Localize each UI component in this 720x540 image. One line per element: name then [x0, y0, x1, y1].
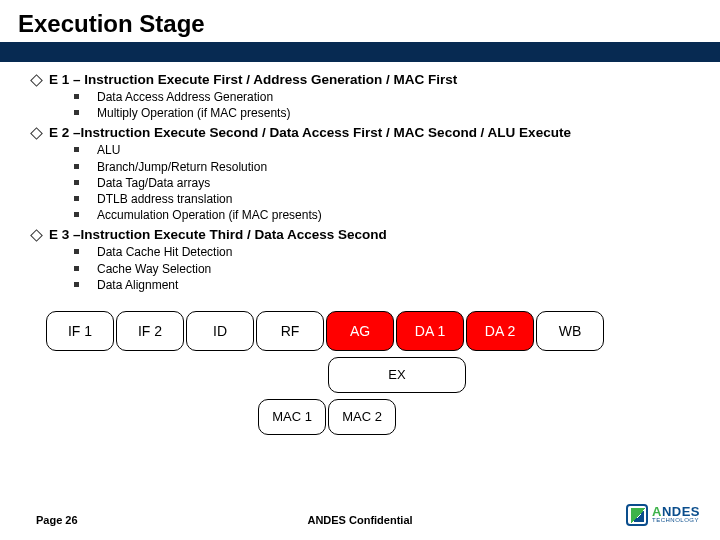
logo-mark-icon	[626, 504, 648, 526]
pipeline-stage: IF 1	[46, 311, 114, 351]
section-head: E 1 – Instruction Execute First / Addres…	[32, 72, 688, 87]
square-bullet-icon	[74, 249, 79, 254]
pipeline-stage: MAC 2	[328, 399, 396, 435]
list-item: Accumulation Operation (if MAC presents)	[74, 207, 688, 223]
pipeline-row-1: IF 1 IF 2 ID RF AG DA 1 DA 2 WB	[46, 311, 688, 351]
item-text: Accumulation Operation (if MAC presents)	[97, 207, 322, 223]
square-bullet-icon	[74, 94, 79, 99]
page-title: Execution Stage	[18, 10, 720, 38]
section-title: E 1 – Instruction Execute First / Addres…	[49, 72, 457, 87]
diamond-bullet-icon	[30, 74, 43, 87]
square-bullet-icon	[74, 164, 79, 169]
list-item: Multiply Operation (if MAC presents)	[74, 105, 688, 121]
confidential-label: ANDES Confidential	[307, 514, 412, 526]
title-underline	[0, 42, 720, 62]
item-text: DTLB address translation	[97, 191, 232, 207]
pipeline-stage-highlight: AG	[326, 311, 394, 351]
andes-logo: ANDES TECHNOLOGY	[626, 504, 700, 526]
section-head: E 3 –Instruction Execute Third / Data Ac…	[32, 227, 688, 242]
item-text: Data Alignment	[97, 277, 178, 293]
item-text: Data Cache Hit Detection	[97, 244, 232, 260]
item-text: Multiply Operation (if MAC presents)	[97, 105, 290, 121]
square-bullet-icon	[74, 147, 79, 152]
page-number: Page 26	[36, 514, 78, 526]
item-text: Cache Way Selection	[97, 261, 211, 277]
pipeline-stage: EX	[328, 357, 466, 393]
pipeline-row-3: MAC 1 MAC 2	[258, 399, 688, 435]
item-text: ALU	[97, 142, 120, 158]
diamond-bullet-icon	[30, 128, 43, 141]
content-area: E 1 – Instruction Execute First / Addres…	[0, 62, 720, 435]
diamond-bullet-icon	[30, 229, 43, 242]
list-item: Data Alignment	[74, 277, 688, 293]
pipeline-stage: WB	[536, 311, 604, 351]
pipeline-stage: IF 2	[116, 311, 184, 351]
section-head: E 2 –Instruction Execute Second / Data A…	[32, 125, 688, 140]
list-item: Data Tag/Data arrays	[74, 175, 688, 191]
section-title: E 3 –Instruction Execute Third / Data Ac…	[49, 227, 387, 242]
list-item: ALU	[74, 142, 688, 158]
pipeline-stage-highlight: DA 1	[396, 311, 464, 351]
footer: Page 26 ANDES Confidential ANDES TECHNOL…	[0, 514, 720, 526]
list-item: DTLB address translation	[74, 191, 688, 207]
square-bullet-icon	[74, 212, 79, 217]
pipeline-row-2: EX	[328, 357, 688, 393]
pipeline-stage-highlight: DA 2	[466, 311, 534, 351]
item-text: Branch/Jump/Return Resolution	[97, 159, 267, 175]
list-item: Cache Way Selection	[74, 261, 688, 277]
item-text: Data Tag/Data arrays	[97, 175, 210, 191]
square-bullet-icon	[74, 282, 79, 287]
item-text: Data Access Address Generation	[97, 89, 273, 105]
pipeline-stage: RF	[256, 311, 324, 351]
square-bullet-icon	[74, 196, 79, 201]
list-item: Branch/Jump/Return Resolution	[74, 159, 688, 175]
section-title: E 2 –Instruction Execute Second / Data A…	[49, 125, 571, 140]
square-bullet-icon	[74, 110, 79, 115]
list-item: Data Cache Hit Detection	[74, 244, 688, 260]
logo-text-sub: TECHNOLOGY	[652, 518, 700, 523]
list-item: Data Access Address Generation	[74, 89, 688, 105]
square-bullet-icon	[74, 180, 79, 185]
square-bullet-icon	[74, 266, 79, 271]
pipeline-stage: MAC 1	[258, 399, 326, 435]
pipeline-stage: ID	[186, 311, 254, 351]
